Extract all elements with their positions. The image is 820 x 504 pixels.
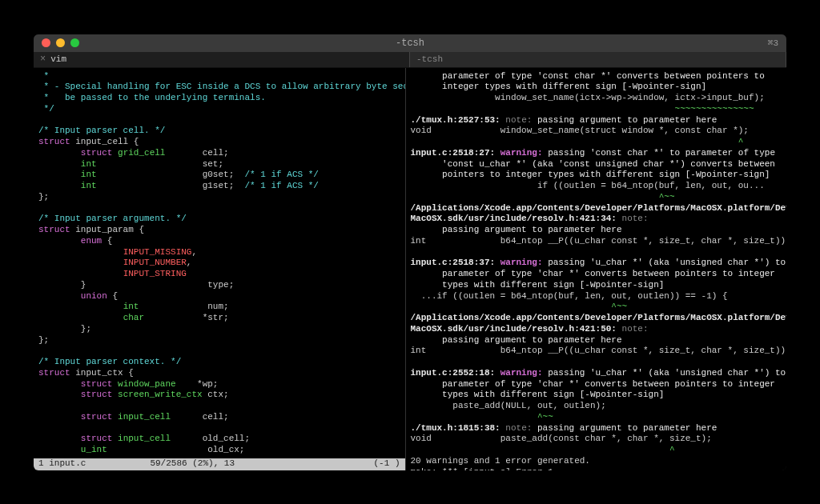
titlebar[interactable]: -tcsh ⌘3 — [34, 34, 786, 52]
shell-pane[interactable]: parameter of type 'const char *' convert… — [406, 68, 787, 470]
tab-label: -tcsh — [416, 54, 443, 64]
close-icon[interactable] — [42, 38, 50, 47]
tab-tcsh[interactable]: -tcsh — [410, 52, 786, 67]
traffic-lights — [34, 38, 79, 47]
tab-bar: × vim -tcsh — [34, 52, 786, 68]
window-title: -tcsh — [396, 38, 424, 49]
vim-pane[interactable]: * * - Special handling for ESC inside a … — [34, 68, 406, 470]
split-panes: * * - Special handling for ESC inside a … — [34, 68, 786, 470]
minimize-icon[interactable] — [56, 38, 65, 47]
status-filename: 1 input.c — [38, 458, 86, 470]
close-tab-icon[interactable]: × — [40, 54, 46, 64]
zoom-icon[interactable] — [70, 38, 79, 47]
status-position: 59/2586 (2%), 13 — [86, 458, 373, 470]
vim-statusbar: 1 input.c 59/2586 (2%), 13 (-1 ) — [34, 458, 405, 470]
window-indicator: ⌘3 — [768, 38, 778, 48]
vim-editor[interactable]: * * - Special handling for ESC inside a … — [34, 68, 405, 458]
terminal-window: -tcsh ⌘3 × vim -tcsh * * - Special handl… — [34, 34, 786, 470]
tab-label: vim — [50, 54, 66, 64]
tab-vim[interactable]: × vim — [34, 52, 410, 67]
status-right: (-1 ) — [373, 458, 400, 470]
